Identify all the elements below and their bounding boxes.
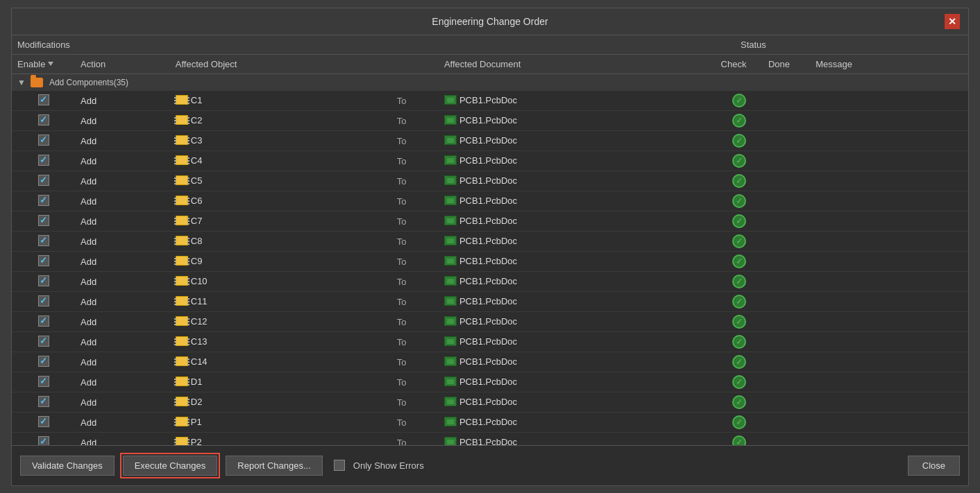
done-cell [763,413,810,433]
enable-cell [12,272,75,292]
action-cell: Add [75,252,170,272]
document-cell: PCB1.PcbDoc [439,372,716,392]
enable-checkbox[interactable] [38,416,49,427]
document-name: PCB1.PcbDoc [459,356,517,367]
check-cell: ✓ [716,332,763,352]
document-name: PCB1.PcbDoc [459,135,517,146]
message-cell [810,292,968,312]
enable-checkbox[interactable] [38,436,49,445]
pcb-doc-icon [444,155,457,165]
check-ok-icon: ✓ [732,415,746,429]
object-cell: C8 [170,232,391,252]
to-cell: To [391,91,439,111]
close-button[interactable]: Close [908,456,960,476]
validate-changes-button[interactable]: Validate Changes [20,456,115,476]
enable-cell [12,131,75,151]
to-cell: To [391,413,439,433]
enable-checkbox[interactable] [38,94,49,105]
enable-checkbox[interactable] [38,376,49,387]
enable-cell [12,372,75,392]
execute-changes-button[interactable]: Execute Changes [123,456,218,476]
enable-checkbox[interactable] [38,275,49,286]
check-ok-icon: ✓ [732,234,746,248]
document-name: PCB1.PcbDoc [459,256,517,266]
action-cell: Add [75,312,170,332]
table-container[interactable]: Enable Action Affected Object Affected D… [12,55,968,445]
enable-checkbox[interactable] [38,175,49,186]
enable-checkbox[interactable] [38,255,49,266]
object-cell: C11 [170,292,391,312]
component-chip-icon [176,397,188,406]
section-header-bar: Modifications Status [12,35,968,55]
document-cell: PCB1.PcbDoc [439,332,716,352]
object-cell: D1 [170,372,391,392]
done-cell [763,131,810,151]
document-name: PCB1.PcbDoc [459,316,517,327]
message-cell [810,312,968,332]
pcb-doc-icon [444,336,457,346]
message-cell [810,433,968,445]
check-ok-icon: ✓ [732,355,746,369]
enable-cell [12,433,75,445]
object-cell: C14 [170,352,391,372]
enable-checkbox[interactable] [38,195,49,206]
enable-checkbox[interactable] [38,295,49,306]
col-header-doc: Affected Document [439,55,716,74]
message-cell [810,171,968,191]
component-name: C10 [191,276,208,286]
enable-checkbox[interactable] [38,356,49,367]
to-cell: To [391,372,439,392]
enable-checkbox[interactable] [38,135,49,146]
done-cell [763,151,810,171]
dialog-title: Engineering Change Order [35,16,945,27]
only-errors-label: Only Show Errors [353,460,424,471]
component-chip-icon [176,155,188,165]
enable-checkbox[interactable] [38,235,49,246]
only-errors-checkbox[interactable] [334,460,345,471]
to-cell: To [391,433,439,445]
pcb-doc-icon [444,216,457,225]
to-cell: To [391,211,439,232]
pcb-doc-icon [444,135,457,145]
check-ok-icon: ✓ [732,335,746,349]
document-cell: PCB1.PcbDoc [439,91,716,111]
close-title-button[interactable]: ✕ [945,14,960,29]
message-cell [810,332,968,352]
enable-checkbox[interactable] [38,396,49,407]
document-cell: PCB1.PcbDoc [439,433,716,445]
check-cell: ✓ [716,352,763,372]
document-name: PCB1.PcbDoc [459,175,517,186]
engineering-change-order-dialog: Engineering Change Order ✕ Modifications… [11,8,969,486]
enable-checkbox[interactable] [38,215,49,226]
message-cell [810,352,968,372]
done-cell [763,433,810,445]
message-cell [810,232,968,252]
message-cell [810,191,968,211]
pcb-doc-icon [444,196,457,205]
col-header-action: Action [75,55,170,74]
table-row: AddC6ToPCB1.PcbDoc✓ [12,191,968,211]
component-chip-icon [176,377,188,386]
check-ok-icon: ✓ [732,275,746,288]
component-name: P2 [191,437,202,445]
enable-checkbox[interactable] [38,155,49,166]
enable-checkbox[interactable] [38,315,49,327]
enable-checkbox[interactable] [38,336,49,347]
table-row: AddC10ToPCB1.PcbDoc✓ [12,272,968,292]
document-cell: PCB1.PcbDoc [439,292,716,312]
document-name: PCB1.PcbDoc [459,296,517,306]
object-cell: P1 [170,413,391,433]
object-cell: C7 [170,211,391,232]
table-row: AddP1ToPCB1.PcbDoc✓ [12,413,968,433]
check-ok-icon: ✓ [732,395,746,409]
report-changes-button[interactable]: Report Changes... [226,456,323,476]
check-ok-icon: ✓ [732,134,746,148]
expand-icon[interactable]: ▼ [17,78,26,87]
table-row: AddC7ToPCB1.PcbDoc✓ [12,211,968,232]
enable-checkbox[interactable] [38,114,49,126]
component-name: C6 [191,196,203,206]
table-row: AddC9ToPCB1.PcbDoc✓ [12,252,968,272]
component-name: C1 [191,95,203,105]
action-cell: Add [75,332,170,352]
enable-filter-icon[interactable] [48,62,53,66]
